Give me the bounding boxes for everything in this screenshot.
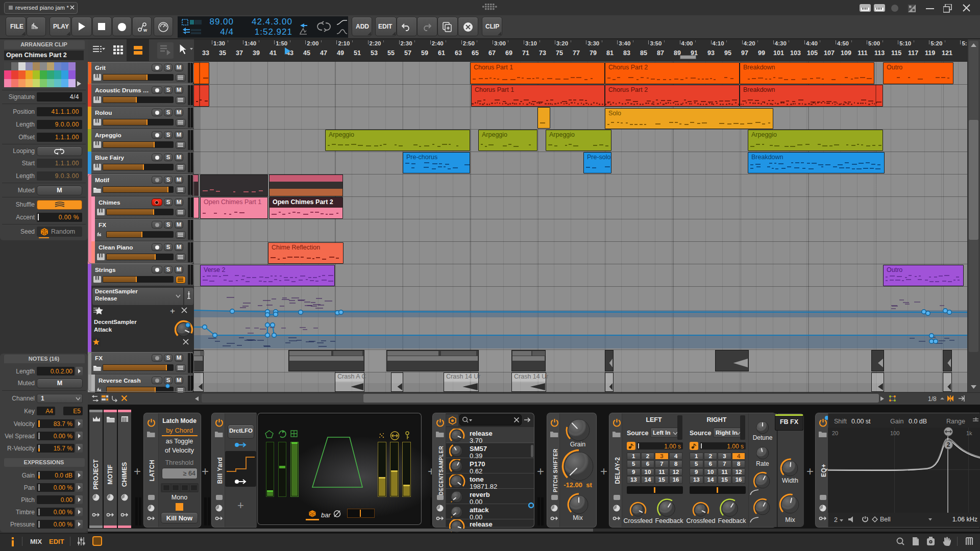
svg-text:2: 2 — [947, 441, 950, 448]
svg-text:w: w — [143, 28, 148, 33]
